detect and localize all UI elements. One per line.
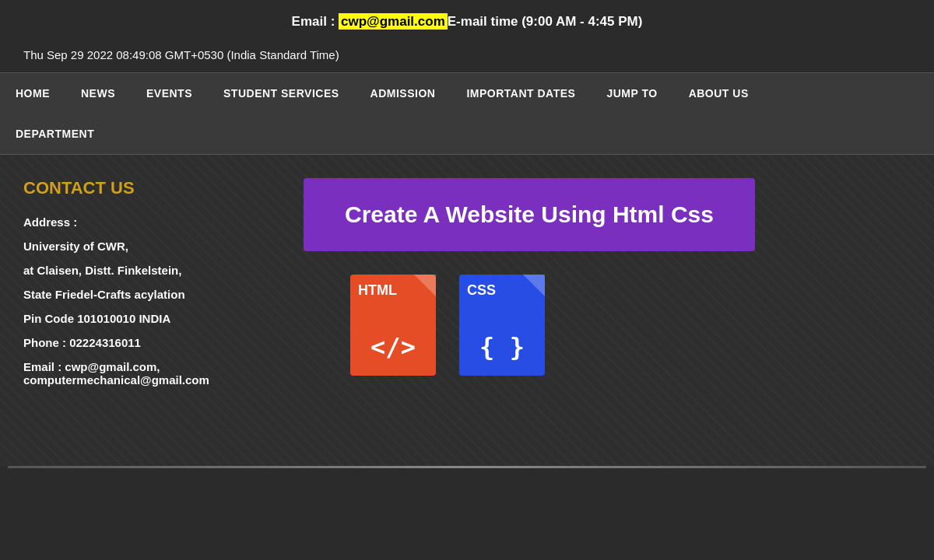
css-file-icon: CSS { } [459, 275, 545, 376]
contact-street: at Claisen, Distt. Finkelstein, [23, 264, 272, 277]
nav-important-dates[interactable]: IMPORTANT DATES [451, 73, 591, 114]
html-file-icon: HTML </> [350, 275, 436, 376]
icons-row: HTML </> CSS { } [350, 275, 545, 376]
contact-phone: Phone : 02224316011 [23, 336, 272, 349]
contact-email: Email : cwp@gmail.com, computermechanica… [23, 360, 272, 387]
contact-university: University of CWR, [23, 240, 272, 253]
css-icon-symbol: { } [479, 332, 525, 362]
nav-events[interactable]: EVENTS [131, 73, 208, 114]
contact-address-label: Address : [23, 215, 272, 229]
nav-home[interactable]: HOME [0, 73, 65, 114]
contact-pin: Pin Code 101010010 INDIA [23, 312, 272, 325]
css-icon-label: CSS [467, 282, 496, 299]
main-content: CONTACT US Address : University of CWR, … [0, 155, 934, 466]
hero-banner: Create A Website Using Html Css [304, 178, 755, 251]
nav-jump-to[interactable]: JUMP TO [591, 73, 672, 114]
nav-about-us[interactable]: ABOUT US [673, 73, 764, 114]
email-address: cwp@gmail.com [339, 13, 448, 30]
timestamp: Thu Sep 29 2022 08:49:08 GMT+0530 (India… [0, 37, 934, 72]
hero-banner-text: Create A Website Using Html Css [327, 201, 732, 228]
nav-admission[interactable]: ADMISSION [355, 73, 451, 114]
contact-title: CONTACT US [23, 178, 272, 198]
nav-student-services[interactable]: STUDENT SERVICES [208, 73, 355, 114]
contact-state: State Friedel-Crafts acylation [23, 288, 272, 301]
contact-section: CONTACT US Address : University of CWR, … [23, 178, 272, 443]
navbar: HOME NEWS EVENTS STUDENT SERVICES ADMISS… [0, 72, 934, 155]
html-icon-label: HTML [358, 282, 397, 299]
timestamp-text: Thu Sep 29 2022 08:49:08 GMT+0530 (India… [23, 48, 339, 61]
email-time: E-mail time (9:00 AM - 4:45 PM) [448, 14, 643, 29]
top-bar: Email : cwp@gmail.comE-mail time (9:00 A… [0, 0, 934, 37]
bottom-divider [8, 466, 926, 468]
html-icon-symbol: </> [370, 332, 416, 362]
right-section: Create A Website Using Html Css HTML </>… [304, 178, 911, 443]
email-prefix: Email : [292, 14, 339, 29]
nav-news[interactable]: NEWS [65, 73, 131, 114]
nav-department[interactable]: DEPARTMENT [0, 114, 934, 154]
